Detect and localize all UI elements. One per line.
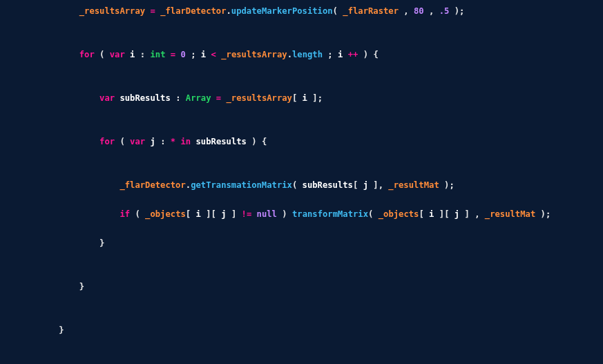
token-punc: .: [227, 6, 231, 16]
token-punc: [211, 93, 216, 103]
token-punc: ;: [323, 50, 338, 59]
token-member: _flarDetector: [119, 180, 185, 190]
token-punc: [251, 209, 256, 219]
token-punc: );: [535, 209, 551, 219]
token-id: j: [363, 180, 368, 190]
token-id: i: [303, 93, 307, 103]
token-method: length: [292, 50, 323, 59]
code-line: }: [0, 236, 603, 251]
token-method: transformMatrix: [292, 209, 368, 219]
token-punc: ) {: [247, 137, 267, 146]
token-punc: }: [99, 238, 104, 248]
code-line: _resultsArray = _flarDetector.updateMark…: [0, 4, 603, 19]
token-punc: ][: [434, 209, 454, 219]
token-id: j: [150, 137, 155, 146]
token-method: getTransmationMatrix: [191, 180, 292, 190]
token-member: _resultsArray: [79, 6, 145, 16]
token-id: subResults: [303, 180, 353, 190]
token-punc: (: [333, 6, 343, 16]
token-punc: [175, 50, 180, 59]
token-id: j: [221, 209, 226, 219]
token-member: _objects: [145, 209, 186, 219]
code-line: for ( var j : * in subResults ) {: [0, 135, 603, 149]
token-punc: (: [130, 209, 145, 219]
token-punc: ) {: [358, 50, 378, 59]
token-punc: :: [135, 50, 150, 59]
code-line: }: [0, 323, 603, 338]
token-punc: [206, 50, 211, 59]
token-punc: ]: [227, 209, 242, 219]
token-member: _resultMat: [485, 209, 535, 219]
token-kw: var: [130, 137, 145, 146]
token-punc: [191, 137, 195, 146]
token-punc: :: [155, 137, 171, 146]
token-punc: ];: [307, 93, 323, 103]
token-punc: [175, 137, 180, 146]
code-line: if ( _objects[ i ][ j ] != null ) transf…: [0, 207, 603, 222]
token-punc: ] ,: [459, 209, 485, 219]
token-punc: [: [353, 180, 363, 190]
token-id: i: [196, 209, 201, 219]
token-punc: }: [79, 282, 84, 291]
token-punc: ;: [186, 50, 201, 59]
token-punc: ,: [424, 6, 439, 16]
token-punc: ][: [201, 209, 221, 219]
token-member: _resultsArray: [227, 93, 292, 103]
token-punc: (: [115, 137, 130, 146]
token-op: !=: [242, 209, 252, 219]
token-op: =: [150, 6, 155, 16]
token-member: _objects: [379, 209, 419, 219]
token-punc: :: [171, 93, 186, 103]
token-op: ++: [348, 50, 358, 59]
token-punc: ,: [399, 6, 414, 16]
token-member: _resultsArray: [221, 50, 287, 59]
token-punc: [: [419, 209, 429, 219]
token-member: _flarDetector: [160, 6, 226, 16]
token-punc: }: [59, 325, 64, 335]
token-member: _resultMat: [388, 180, 439, 190]
token-type: Array: [186, 93, 211, 103]
code-editor[interactable]: _resultsArray = _flarDetector.updateMark…: [0, 0, 603, 364]
token-num: 0: [181, 50, 186, 59]
token-kw: if: [119, 209, 130, 219]
token-id: subResults: [196, 137, 247, 146]
token-punc: );: [449, 6, 464, 16]
token-num: .5: [439, 6, 450, 16]
code-line: for ( var i : int = 0 ; i < _resultsArra…: [0, 48, 603, 62]
token-punc: .: [287, 50, 292, 59]
token-kw: var: [99, 93, 115, 103]
token-kw: var: [110, 50, 125, 59]
token-punc: [: [186, 209, 196, 219]
code-line: _flarDetector.getTransmationMatrix( subR…: [0, 178, 603, 193]
token-punc: [165, 50, 170, 59]
token-punc: ): [277, 209, 292, 219]
token-punc: (: [292, 180, 303, 190]
token-type: int: [150, 50, 165, 59]
token-bool: null: [257, 209, 277, 219]
token-id: subResults: [119, 93, 170, 103]
token-member: _flarRaster: [343, 6, 399, 16]
token-method: updateMarkerPosition: [231, 6, 333, 16]
token-punc: ],: [368, 180, 388, 190]
token-kw: for: [99, 137, 115, 146]
token-punc: [125, 50, 130, 59]
token-kw: for: [79, 50, 95, 59]
token-punc: (: [95, 50, 110, 59]
code-line: }: [0, 280, 603, 294]
token-punc: );: [439, 180, 454, 190]
token-punc: (: [368, 209, 379, 219]
token-punc: [221, 93, 226, 103]
token-num: 80: [414, 6, 424, 16]
token-punc: [: [292, 93, 303, 103]
code-line: var subResults : Array = _resultsArray[ …: [0, 91, 603, 106]
token-op: <: [211, 50, 216, 59]
token-kw: in: [181, 137, 191, 146]
token-punc: [343, 50, 347, 59]
